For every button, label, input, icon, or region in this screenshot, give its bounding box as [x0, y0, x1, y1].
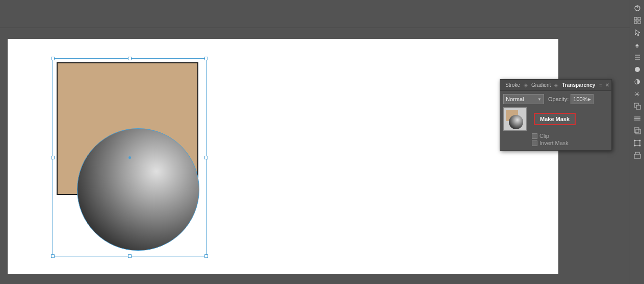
- arrange-layers-icon[interactable]: [632, 101, 643, 112]
- svg-rect-7: [638, 21, 640, 23]
- blend-mode-value: Normal: [506, 96, 535, 102]
- artboard: [8, 39, 558, 274]
- blend-mode-arrow: ▼: [537, 97, 542, 102]
- clip-row: Clip: [503, 133, 608, 139]
- half-circle-icon[interactable]: [632, 76, 643, 87]
- svg-rect-5: [638, 17, 640, 20]
- transparency-tab[interactable]: Transparency: [559, 81, 598, 89]
- tab-separator-1: ◈: [524, 82, 528, 88]
- handle-mid-right[interactable]: [204, 156, 208, 159]
- panel-close-icon[interactable]: ✕: [604, 81, 610, 89]
- blend-opacity-row: Normal ▼ Opacity: 100% ▶: [503, 94, 608, 104]
- clip-checkbox[interactable]: [532, 133, 537, 139]
- svg-point-20: [634, 140, 635, 141]
- stroke-tab[interactable]: Stroke: [502, 81, 523, 89]
- panel-icon-group: ≡ ✕: [598, 81, 610, 89]
- svg-rect-17: [634, 128, 639, 132]
- opacity-value: 100%: [573, 96, 588, 102]
- handle-top-center[interactable]: [128, 57, 132, 60]
- gradient-tab[interactable]: Gradient: [528, 81, 554, 89]
- grid-icon[interactable]: [632, 15, 643, 26]
- top-toolbar: [0, 0, 630, 28]
- svg-rect-6: [634, 21, 637, 23]
- svg-point-23: [639, 145, 640, 147]
- canvas-area: Stroke ◈ Gradient ◈ Transparency ≡ ✕ Nor…: [0, 28, 630, 284]
- main-area: Stroke ◈ Gradient ◈ Transparency ≡ ✕ Nor…: [0, 0, 630, 284]
- share-icon[interactable]: [632, 3, 643, 14]
- tab-separator-2: ◈: [554, 82, 558, 88]
- transform-icon[interactable]: [632, 137, 643, 149]
- svg-rect-18: [636, 129, 640, 134]
- svg-rect-19: [635, 140, 640, 146]
- invert-mask-label: Invert Mask: [539, 140, 569, 146]
- handle-bottom-right[interactable]: [204, 254, 208, 258]
- svg-point-21: [639, 140, 640, 141]
- blend-mode-dropdown[interactable]: Normal ▼: [503, 94, 544, 104]
- handle-top-left[interactable]: [51, 57, 55, 60]
- transparency-panel: Stroke ◈ Gradient ◈ Transparency ≡ ✕ Nor…: [500, 79, 612, 151]
- color-fill-icon[interactable]: [632, 64, 643, 75]
- svg-rect-13: [636, 105, 640, 109]
- panel-tab-bar: Stroke ◈ Gradient ◈ Transparency ≡ ✕: [500, 80, 611, 91]
- align-icon[interactable]: [632, 52, 643, 63]
- shape-icon[interactable]: ♠: [632, 39, 643, 51]
- layers-panel-icon[interactable]: [632, 113, 643, 124]
- opacity-input[interactable]: 100% ▶: [571, 94, 594, 104]
- opacity-arrow: ▶: [588, 97, 591, 102]
- svg-rect-4: [634, 17, 637, 20]
- clip-label: Clip: [539, 133, 549, 139]
- sun-starburst-icon[interactable]: ✳: [632, 88, 643, 100]
- move-icon[interactable]: [632, 150, 643, 161]
- svg-point-11: [635, 67, 640, 72]
- handle-mid-left[interactable]: [51, 156, 55, 159]
- panel-content: Normal ▼ Opacity: 100% ▶ Make Mask: [500, 91, 611, 150]
- handle-top-right[interactable]: [204, 57, 208, 60]
- make-mask-button[interactable]: Make Mask: [534, 113, 576, 125]
- layer-thumbnail[interactable]: [503, 107, 527, 131]
- select-tool-icon[interactable]: [632, 27, 643, 38]
- handle-bottom-center[interactable]: [128, 254, 132, 258]
- thumb-circle: [509, 115, 523, 129]
- circle-shape: [77, 128, 199, 251]
- opacity-label: Opacity:: [548, 96, 569, 102]
- pathfinder-icon[interactable]: [632, 125, 643, 136]
- handle-bottom-left[interactable]: [51, 254, 55, 258]
- invert-mask-row: Invert Mask: [503, 140, 608, 146]
- invert-mask-checkbox[interactable]: [532, 140, 537, 146]
- panel-menu-icon[interactable]: ≡: [598, 81, 603, 89]
- right-toolbar: ♠ ✳: [630, 0, 644, 284]
- svg-rect-25: [634, 154, 640, 158]
- svg-point-22: [634, 145, 635, 147]
- thumbnail-make-mask-row: Make Mask: [503, 107, 608, 131]
